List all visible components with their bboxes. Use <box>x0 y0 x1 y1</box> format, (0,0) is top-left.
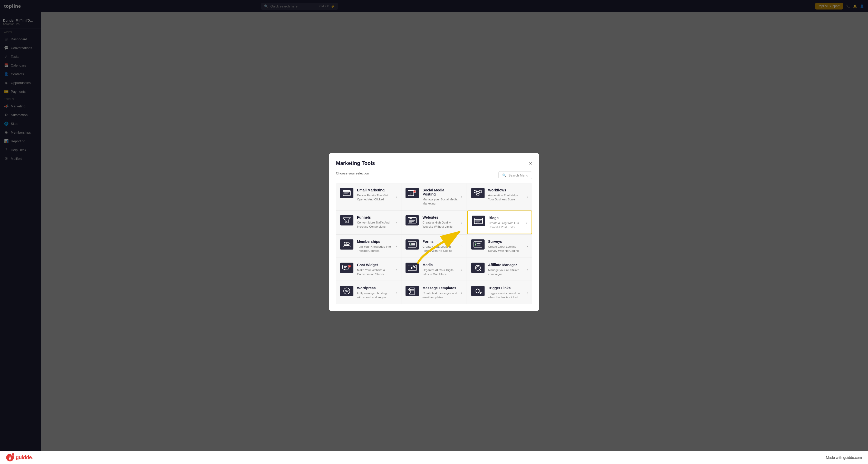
tool-affiliate[interactable]: Affiliate Manager Manage your all affili… <box>467 258 532 281</box>
tool-wordpress[interactable]: W Wordpress Fully managed hosting with s… <box>336 281 401 304</box>
message-templates-icon <box>405 286 419 296</box>
svg-text:↗: ↗ <box>349 265 350 267</box>
websites-text: Websites Create a High Quality Website W… <box>423 215 458 229</box>
guidde-logo: g 1 guidde . <box>6 454 34 461</box>
chat-widget-desc: Make Your Website A Conversation Starter <box>357 268 392 276</box>
social-media-icon: ♥ <box>405 188 419 198</box>
marketing-tools-modal: Marketing Tools × Choose your selection … <box>329 153 539 311</box>
email-marketing-desc: Deliver Emails That Get Opened And Click… <box>357 193 392 201</box>
forms-chevron: › <box>461 244 463 248</box>
wordpress-chevron: › <box>396 290 397 294</box>
tool-trigger-links[interactable]: Trigger Links Trigger events based on wh… <box>467 281 532 304</box>
wordpress-text: Wordpress Fully managed hosting with spe… <box>357 286 392 299</box>
wordpress-desc: Fully managed hosting with speed and sup… <box>357 291 392 299</box>
trigger-links-desc: Trigger events based on when the link is… <box>488 291 523 299</box>
email-marketing-name: Email Marketing <box>357 188 392 192</box>
chat-widget-name: Chat Widget <box>357 263 392 267</box>
message-templates-desc: Create text messages and email templates <box>423 291 458 299</box>
svg-text:♥: ♥ <box>414 191 415 193</box>
svg-point-22 <box>410 218 411 219</box>
forms-desc: Create Great Looking Forms With No Codin… <box>423 244 458 253</box>
svg-line-32 <box>476 223 477 224</box>
tool-workflows[interactable]: Workflows Automation That Helps Your Bus… <box>467 183 532 210</box>
modal-close-button[interactable]: × <box>529 161 532 166</box>
media-text: Media Organize All Your Digital Files In… <box>423 263 458 276</box>
websites-name: Websites <box>423 215 458 220</box>
forms-name: Forms <box>423 239 458 243</box>
media-name: Media <box>423 263 458 267</box>
workflows-name: Workflows <box>488 188 523 192</box>
svg-point-21 <box>409 218 410 219</box>
search-menu-placeholder: Search Menu <box>508 173 528 177</box>
tool-forms[interactable]: Forms Create Great Looking Forms With No… <box>401 235 466 257</box>
tool-media[interactable]: ▶ Media Organize All Your Digital Files … <box>401 258 466 281</box>
funnels-desc: Convert More Traffic And Increase Conver… <box>357 221 392 229</box>
email-marketing-text: Email Marketing Deliver Emails That Get … <box>357 188 392 201</box>
trigger-links-name: Trigger Links <box>488 286 523 290</box>
svg-point-33 <box>344 242 347 245</box>
modal-title: Marketing Tools <box>336 160 375 166</box>
tool-memberships[interactable]: Memberships Turn Your Knowledge Into Tra… <box>336 235 401 257</box>
svg-rect-24 <box>409 220 415 221</box>
svg-line-15 <box>479 193 480 194</box>
tool-blogs[interactable]: Blogs Create A Blog With Our Powerful Po… <box>467 211 532 234</box>
funnels-chevron: › <box>396 221 397 225</box>
memberships-chevron: › <box>396 244 397 248</box>
memberships-tool-name: Memberships <box>357 239 392 243</box>
funnels-name: Funnels <box>357 215 392 220</box>
blogs-text: Blogs Create A Blog With Our Powerful Po… <box>489 216 523 229</box>
media-desc: Organize All Your Digital Files In One P… <box>423 268 458 276</box>
message-templates-name: Message Templates <box>423 286 458 290</box>
tool-funnels[interactable]: Funnels Convert More Traffic And Increas… <box>336 211 401 234</box>
guidde-brand-text: guidde <box>14 455 32 460</box>
modal-subtitle: Choose your selection <box>336 171 369 175</box>
svg-rect-45 <box>343 265 349 269</box>
guidde-dot: . <box>32 455 34 460</box>
trigger-links-text: Trigger Links Trigger events based on wh… <box>488 286 523 299</box>
svg-point-23 <box>411 218 412 219</box>
tool-email-marketing[interactable]: Email Marketing Deliver Emails That Get … <box>336 183 401 210</box>
memberships-tool-desc: Turn Your Knowledge Into Training Course… <box>357 244 392 253</box>
tool-chat-widget[interactable]: ↗ Chat Widget Make Your Website A Conver… <box>336 258 401 281</box>
surveys-chevron: › <box>527 244 528 248</box>
memberships-tool-icon <box>340 239 353 250</box>
websites-desc: Create a High Quality Website Without Li… <box>423 221 458 229</box>
workflows-desc: Automation That Helps Your Business Scal… <box>488 193 523 201</box>
social-media-chevron: › <box>461 195 463 199</box>
social-media-name: Social Media Posting <box>423 188 458 196</box>
funnels-text: Funnels Convert More Traffic And Increas… <box>357 215 392 229</box>
message-templates-text: Message Templates Create text messages a… <box>423 286 458 299</box>
search-menu-input[interactable]: 🔍 Search Menu <box>498 171 532 179</box>
trigger-links-chevron: › <box>527 290 528 294</box>
svg-rect-3 <box>344 194 348 194</box>
email-marketing-chevron: › <box>396 195 397 199</box>
tool-message-templates[interactable]: Message Templates Create text messages a… <box>401 281 466 304</box>
tool-social-media[interactable]: ♥ Social Media Posting Manage your Socia… <box>401 183 466 210</box>
affiliate-icon <box>471 263 485 273</box>
websites-chevron: › <box>461 221 463 225</box>
surveys-text: Surveys Create Great Looking Survey With… <box>488 239 523 253</box>
tool-websites[interactable]: Websites Create a High Quality Website W… <box>401 211 466 234</box>
svg-line-14 <box>476 193 477 194</box>
wordpress-icon: W <box>340 286 353 296</box>
tools-grid: Email Marketing Deliver Emails That Get … <box>336 183 532 304</box>
social-media-desc: Manage your Social Media Marketing <box>423 197 458 206</box>
affiliate-desc: Manage your all affiliate compaigns <box>488 268 523 276</box>
surveys-desc: Create Great Looking Survey With No Codi… <box>488 244 523 253</box>
blogs-desc: Create A Blog With Our Powerful Post Edi… <box>489 221 523 229</box>
svg-marker-48 <box>344 269 346 270</box>
trigger-links-icon <box>471 286 485 296</box>
blogs-icon <box>472 216 485 226</box>
blogs-name: Blogs <box>489 216 523 220</box>
workflows-chevron: › <box>527 195 528 199</box>
svg-point-56 <box>476 266 479 269</box>
guidde-g-logo: g 1 <box>6 454 14 461</box>
chat-widget-text: Chat Widget Make Your Website A Conversa… <box>357 263 392 276</box>
svg-rect-40 <box>474 242 482 248</box>
guidde-badge: 1 <box>11 453 15 456</box>
chat-widget-chevron: › <box>396 267 397 271</box>
affiliate-text: Affiliate Manager Manage your all affili… <box>488 263 523 276</box>
svg-text:W: W <box>345 289 349 293</box>
tool-surveys[interactable]: Surveys Create Great Looking Survey With… <box>467 235 532 257</box>
blogs-chevron: › <box>526 221 527 225</box>
